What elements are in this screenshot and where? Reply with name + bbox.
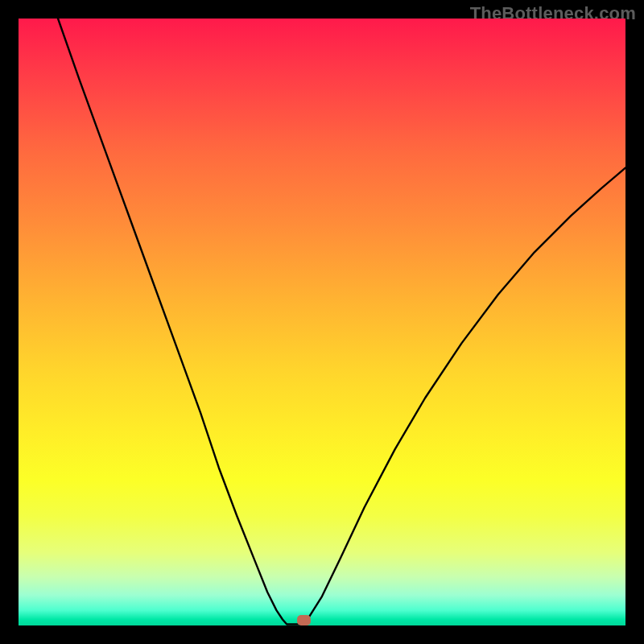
optimum-marker xyxy=(297,615,311,625)
plot-area xyxy=(19,19,625,625)
bottleneck-curve xyxy=(19,19,625,625)
chart-frame: TheBottleneck.com xyxy=(0,0,644,644)
